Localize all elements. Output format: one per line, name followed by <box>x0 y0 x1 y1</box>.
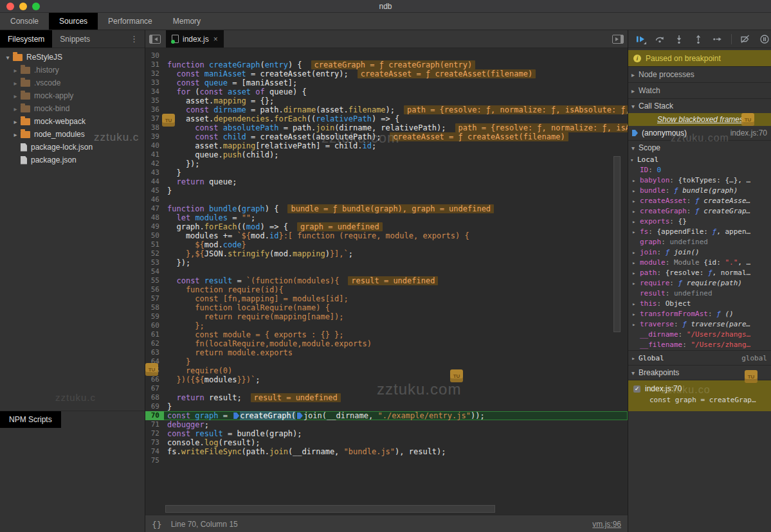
gutter-line-number[interactable]: 32 <box>145 69 164 78</box>
code-line[interactable]: 60 }; <box>145 321 628 330</box>
gutter-line-number[interactable]: 58 <box>145 303 164 312</box>
gutter-line-number[interactable]: 40 <box>145 141 164 150</box>
gutter-line-number[interactable]: 72 <box>145 429 164 438</box>
code-line[interactable]: 38 const absolutePath = path.join(dirnam… <box>145 123 628 132</box>
tab-snippets[interactable]: Snippets <box>52 30 98 48</box>
code-line[interactable]: 68 return result;result = undefined <box>145 393 628 402</box>
code-line[interactable]: 63 return module.exports <box>145 348 628 357</box>
code-line[interactable]: 65 require(0) <box>145 366 628 375</box>
code-line[interactable]: 40 asset.mapping[relativePath] = child.i… <box>145 141 628 150</box>
show-blackboxed-frames-link[interactable]: Show blackboxed frames <box>657 115 743 124</box>
gutter-line-number[interactable]: 48 <box>145 213 164 222</box>
code-line[interactable]: 43 } <box>145 168 628 177</box>
code-line[interactable]: 44 return queue; <box>145 177 628 186</box>
close-tab-icon[interactable]: × <box>213 35 218 44</box>
chevron-right-icon[interactable]: ▸ <box>632 319 635 330</box>
code-line[interactable]: 46 <box>145 195 628 204</box>
scope-variable-path[interactable]: ▸path: {resolve: ƒ, normal… <box>628 268 771 278</box>
tab-performance[interactable]: Performance <box>98 13 163 30</box>
continue-to-here-icon[interactable] <box>297 412 303 419</box>
scope-local-header[interactable]: ▾ Local <box>628 155 771 165</box>
gutter-line-number[interactable]: 67 <box>145 384 164 393</box>
tree-item-mock-apply[interactable]: ▸mock-apply <box>0 89 145 102</box>
gutter-line-number[interactable]: 46 <box>145 195 164 204</box>
scope-variable-creategraph[interactable]: ▸createGraph: ƒ createGrap… <box>628 206 771 217</box>
tab-console[interactable]: Console <box>0 13 49 30</box>
step-out-icon[interactable] <box>693 34 704 44</box>
chevron-right-icon[interactable]: ▸ <box>12 67 19 74</box>
chevron-right-icon[interactable]: ▸ <box>632 247 635 258</box>
code-line[interactable]: 31function createGraph(entry) {createGra… <box>145 60 628 69</box>
gutter-line-number[interactable]: 56 <box>145 285 164 294</box>
code-line[interactable]: 47function bundle(graph) {bundle = ƒ bun… <box>145 204 628 213</box>
code-line[interactable]: 39 const child = createAsset(absolutePat… <box>145 132 628 141</box>
code-line[interactable]: 75 <box>145 456 628 465</box>
code-line[interactable]: 52 },${JSON.stringify(mod.mapping)}],`; <box>145 249 628 258</box>
vertical-scrollbar[interactable] <box>613 156 621 332</box>
code-line[interactable]: 64 } <box>145 357 628 366</box>
chevron-right-icon[interactable]: ▸ <box>632 227 635 237</box>
gutter-line-number[interactable]: 44 <box>145 177 164 186</box>
step-icon[interactable] <box>712 34 723 44</box>
gutter-line-number[interactable]: 45 <box>145 186 164 195</box>
scope-global-row[interactable]: ▸ Global global <box>628 350 771 366</box>
gutter-line-number[interactable]: 57 <box>145 294 164 303</box>
scope-variable-createasset[interactable]: ▸createAsset: ƒ createAsse… <box>628 196 771 206</box>
tree-item-mock-webpack[interactable]: ▸mock-webpack <box>0 115 145 128</box>
gutter-line-number[interactable]: 42 <box>145 159 164 168</box>
code-line[interactable]: 54 <box>145 267 628 276</box>
breakpoint-checkbox[interactable]: ✓ <box>633 386 640 393</box>
hide-debugger-sidebar-icon[interactable] <box>608 30 628 48</box>
chevron-right-icon[interactable]: ▸ <box>12 80 19 87</box>
gutter-line-number[interactable]: 49 <box>145 222 164 231</box>
code-editor[interactable]: 3031function createGraph(entry) {createG… <box>145 48 628 515</box>
chevron-right-icon[interactable]: ▸ <box>12 131 19 138</box>
gutter-line-number[interactable]: 62 <box>145 339 164 348</box>
tree-item-package-lock-json[interactable]: package-lock.json <box>0 141 145 154</box>
tab-filesystem[interactable]: Filesystem <box>0 30 52 48</box>
scope-variable-transformfromast[interactable]: ▸transformFromAst: ƒ () <box>628 309 771 319</box>
chevron-down-icon[interactable]: ▾ <box>4 54 12 61</box>
chevron-right-icon[interactable]: ▸ <box>12 105 19 112</box>
chevron-right-icon[interactable]: ▸ <box>632 217 635 227</box>
tab-npm-scripts[interactable]: NPM Scripts <box>0 411 61 428</box>
gutter-line-number[interactable]: 70 <box>145 411 164 420</box>
code-line[interactable]: 74fs.writeFileSync(path.join(__dirname, … <box>145 447 628 456</box>
pause-on-exceptions-icon[interactable] <box>759 34 770 44</box>
code-line[interactable]: 34 for (const asset of queue) { <box>145 87 628 96</box>
code-line[interactable]: 59 return require(mapping[name]); <box>145 312 628 321</box>
code-line[interactable]: 55 const result = `(function(modules){re… <box>145 276 628 285</box>
chevron-right-icon[interactable]: ▸ <box>632 196 635 206</box>
code-line[interactable]: 67 <box>145 384 628 393</box>
gutter-line-number[interactable]: 51 <box>145 240 164 249</box>
scope-variable-require[interactable]: ▸require: ƒ require(path) <box>628 278 771 288</box>
tab-memory[interactable]: Memory <box>163 13 211 30</box>
code-line[interactable]: 45} <box>145 186 628 195</box>
scope-variable-module[interactable]: ▸module: Module {id: ".", … <box>628 258 771 268</box>
code-line[interactable]: 71debugger; <box>145 420 628 429</box>
tree-item-node-modules[interactable]: ▸node_modules <box>0 128 145 141</box>
gutter-line-number[interactable]: 53 <box>145 258 164 267</box>
gutter-line-number[interactable]: 65 <box>145 366 164 375</box>
chevron-right-icon[interactable]: ▸ <box>632 299 635 309</box>
gutter-line-number[interactable]: 52 <box>145 249 164 258</box>
chevron-right-icon[interactable]: ▸ <box>632 175 635 186</box>
gutter-line-number[interactable]: 73 <box>145 438 164 447</box>
tab-sources[interactable]: Sources <box>49 13 98 30</box>
code-line[interactable]: 49 graph.forEach((mod) => {graph = undef… <box>145 222 628 231</box>
gutter-line-number[interactable]: 36 <box>145 105 164 114</box>
tree-item-mock-bind[interactable]: ▸mock-bind <box>0 102 145 115</box>
gutter-line-number[interactable]: 69 <box>145 402 164 411</box>
code-line[interactable]: 35 asset.mapping = {}; <box>145 96 628 105</box>
section-node-processes[interactable]: ▸ Node processes <box>628 67 771 83</box>
chevron-right-icon[interactable]: ▸ <box>632 258 635 268</box>
code-line[interactable]: 42 }); <box>145 159 628 168</box>
code-line[interactable]: 36 const dirname = path.dirname(asset.fi… <box>145 105 628 114</box>
horizontal-scrollbar[interactable] <box>165 505 495 513</box>
scope-variable-babylon[interactable]: ▸babylon: {tokTypes: {…}, … <box>628 175 771 186</box>
gutter-line-number[interactable]: 55 <box>145 276 164 285</box>
code-line[interactable]: 53 }); <box>145 258 628 267</box>
tree-item--history[interactable]: ▸.history <box>0 64 145 76</box>
gutter-line-number[interactable]: 74 <box>145 447 164 456</box>
code-line[interactable]: 50 modules += `${mod.id}:[ function (req… <box>145 231 628 240</box>
